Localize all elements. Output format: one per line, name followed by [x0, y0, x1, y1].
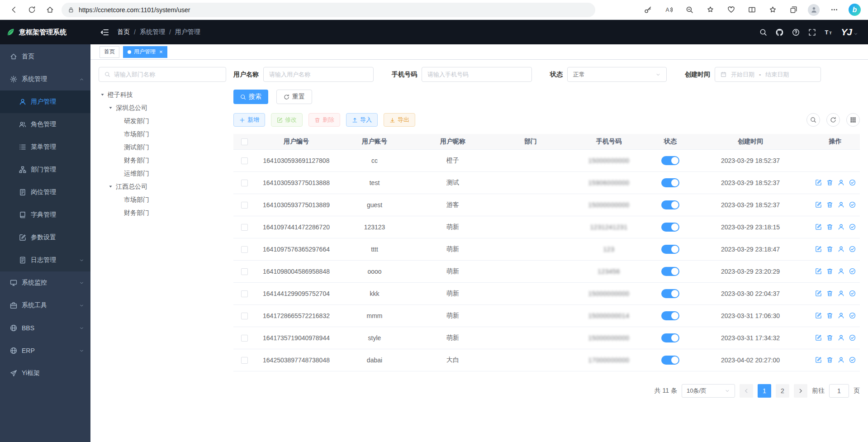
row-delete-icon[interactable]: [826, 290, 833, 297]
row-delete-icon[interactable]: [826, 246, 833, 252]
row-edit-icon[interactable]: [815, 223, 822, 230]
split-screen-icon[interactable]: [745, 4, 758, 16]
tab-home[interactable]: 首页: [100, 46, 119, 58]
favorites-bar-icon[interactable]: [766, 4, 779, 16]
tree-node[interactable]: 市场部门: [99, 193, 226, 206]
tree-node[interactable]: 橙子科技: [99, 88, 226, 101]
page-button-2[interactable]: 2: [776, 384, 789, 398]
column-header[interactable]: 手机号码: [567, 134, 650, 149]
goto-page-input[interactable]: 1: [829, 384, 849, 398]
phone-input[interactable]: 请输入手机号码: [422, 67, 532, 82]
status-toggle[interactable]: [661, 356, 679, 365]
row-delete-icon[interactable]: [826, 268, 833, 275]
row-reset-password-icon[interactable]: [838, 246, 844, 252]
sidebar-toggle-button[interactable]: [100, 28, 109, 37]
row-assign-role-icon[interactable]: [849, 334, 856, 341]
font-size-icon[interactable]: TT: [825, 29, 832, 36]
tab-close-icon[interactable]: ×: [159, 48, 163, 55]
sidebar-item-erp[interactable]: ERP: [0, 339, 90, 362]
address-bar[interactable]: https://ccnetcore.com:1101/system/user: [62, 3, 595, 17]
sidebar-item-user[interactable]: 用户管理: [0, 90, 90, 113]
row-checkbox[interactable]: [241, 246, 248, 253]
column-header[interactable]: 状态: [650, 134, 690, 149]
row-checkbox[interactable]: [241, 157, 248, 164]
read-aloud-icon[interactable]: A: [662, 4, 675, 16]
row-assign-role-icon[interactable]: [849, 246, 856, 252]
created-date-range[interactable]: 开始日期 - 结束日期: [715, 67, 821, 82]
prev-page-button[interactable]: [740, 384, 753, 398]
row-assign-role-icon[interactable]: [849, 356, 856, 363]
row-delete-icon[interactable]: [826, 179, 833, 186]
row-reset-password-icon[interactable]: [838, 223, 844, 230]
row-edit-icon[interactable]: [815, 268, 822, 275]
row-assign-role-icon[interactable]: [849, 268, 856, 275]
columns-button[interactable]: [846, 113, 860, 127]
row-delete-icon[interactable]: [826, 201, 833, 208]
row-checkbox[interactable]: [241, 357, 248, 364]
next-page-button[interactable]: [794, 384, 807, 398]
copilot-icon[interactable]: b: [849, 4, 861, 16]
row-edit-icon[interactable]: [815, 246, 822, 252]
row-reset-password-icon[interactable]: [838, 268, 844, 275]
reset-button[interactable]: 重置: [276, 90, 312, 104]
sidebar-item-config[interactable]: 参数设置: [0, 226, 90, 249]
sidebar-item-menu[interactable]: 菜单管理: [0, 136, 90, 158]
row-checkbox[interactable]: [241, 202, 248, 209]
browser-essentials-icon[interactable]: [725, 4, 737, 16]
row-edit-icon[interactable]: [815, 201, 822, 208]
status-toggle[interactable]: [661, 311, 679, 320]
username-input[interactable]: 请输入用户名称: [263, 67, 374, 82]
delete-button[interactable]: 删除: [308, 113, 340, 127]
tree-expand-caret-icon[interactable]: [99, 92, 106, 97]
row-reset-password-icon[interactable]: [838, 356, 844, 363]
tree-node[interactable]: 深圳总公司: [99, 101, 226, 114]
row-delete-icon[interactable]: [826, 356, 833, 363]
sidebar-item-home[interactable]: 首页: [0, 45, 90, 68]
sidebar-item-tool[interactable]: 系统工具: [0, 294, 90, 317]
status-toggle[interactable]: [661, 267, 679, 276]
sidebar-item-dict[interactable]: 字典管理: [0, 204, 90, 226]
row-assign-role-icon[interactable]: [849, 179, 856, 186]
page-size-select[interactable]: 10条/页: [682, 384, 735, 398]
row-assign-role-icon[interactable]: [849, 312, 856, 319]
sidebar-item-dept[interactable]: 部门管理: [0, 158, 90, 181]
row-reset-password-icon[interactable]: [838, 312, 844, 319]
breadcrumb-item[interactable]: 用户管理: [175, 28, 200, 36]
row-checkbox[interactable]: [241, 290, 248, 297]
page-button-1[interactable]: 1: [758, 384, 771, 398]
row-reset-password-icon[interactable]: [838, 290, 844, 297]
sidebar-item-monitor[interactable]: 系统监控: [0, 271, 90, 294]
status-select[interactable]: 正常: [567, 67, 667, 82]
fullscreen-icon[interactable]: [808, 29, 816, 36]
tree-node[interactable]: 财务部门: [99, 206, 226, 219]
status-toggle[interactable]: [661, 333, 679, 342]
tree-node[interactable]: 财务部门: [99, 154, 226, 167]
row-assign-role-icon[interactable]: [849, 223, 856, 230]
row-delete-icon[interactable]: [826, 334, 833, 341]
sidebar-item-post[interactable]: 岗位管理: [0, 181, 90, 204]
row-checkbox[interactable]: [241, 268, 248, 275]
user-logo[interactable]: YJ: [841, 27, 858, 38]
status-toggle[interactable]: [661, 289, 679, 298]
breadcrumb-item[interactable]: 首页: [117, 28, 130, 36]
row-reset-password-icon[interactable]: [838, 334, 844, 341]
select-all-checkbox[interactable]: [241, 138, 248, 145]
refresh-table-button[interactable]: [826, 113, 840, 127]
browser-refresh-button[interactable]: [23, 2, 41, 18]
row-checkbox[interactable]: [241, 335, 248, 342]
row-delete-icon[interactable]: [826, 312, 833, 319]
tree-expand-caret-icon[interactable]: [107, 184, 114, 189]
status-toggle[interactable]: [661, 223, 679, 232]
tree-node[interactable]: 运维部门: [99, 167, 226, 180]
status-toggle[interactable]: [661, 200, 679, 209]
toggle-search-button[interactable]: [806, 113, 820, 127]
settings-menu-icon[interactable]: [828, 4, 840, 16]
collections-icon[interactable]: [787, 4, 800, 16]
column-header[interactable]: 用户编号: [255, 134, 337, 149]
browser-back-button[interactable]: [5, 2, 23, 18]
sidebar-item-system[interactable]: 系统管理: [0, 68, 90, 90]
search-button[interactable]: 搜索: [233, 90, 268, 104]
row-delete-icon[interactable]: [826, 223, 833, 230]
search-icon[interactable]: [759, 29, 767, 36]
row-checkbox[interactable]: [241, 313, 248, 319]
